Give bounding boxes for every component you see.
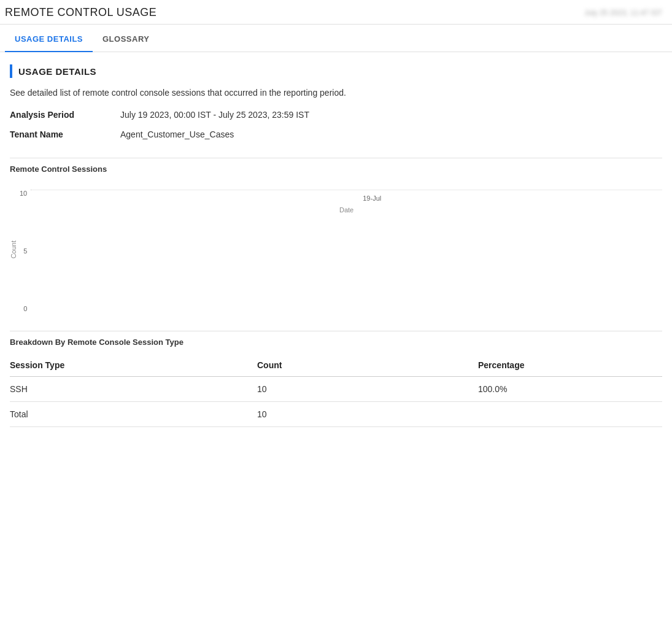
y-tick-0: 0	[23, 305, 27, 312]
x-axis-title: Date	[31, 206, 662, 214]
tab-bar: USAGE DETAILS GLOSSARY	[0, 27, 672, 52]
cell-session-type-1: Total	[10, 402, 257, 427]
section-header: USAGE DETAILS	[10, 64, 662, 78]
x-tick-label: 19-Jul	[363, 195, 381, 202]
y-axis-label: Count	[10, 241, 17, 258]
table-body: SSH 10 100.0% Total 10	[10, 377, 662, 427]
col-percentage: Percentage	[478, 354, 662, 377]
y-tick-5: 5	[23, 247, 27, 255]
col-session-type: Session Type	[10, 354, 257, 377]
analysis-period-label: Analysis Period	[10, 110, 120, 120]
section-description: See detailed list of remote control cons…	[10, 88, 662, 98]
col-count: Count	[257, 354, 478, 377]
y-ticks: 10 5 0	[20, 190, 31, 312]
table-row: Total 10	[10, 402, 662, 427]
tab-usage-details[interactable]: USAGE DETAILS	[5, 27, 93, 52]
cell-count-1: 10	[257, 402, 478, 427]
breakdown-title: Breakdown By Remote Console Session Type	[10, 338, 662, 347]
cell-count-0: 10	[257, 377, 478, 402]
page-header: REMOTE CONTROL USAGE July 25 2023, 11:47…	[0, 0, 672, 25]
info-grid: Analysis Period July 19 2023, 00:00 IST …	[10, 110, 662, 139]
cell-percentage-1	[478, 402, 662, 427]
tenant-name-value: Agent_Customer_Use_Cases	[120, 129, 662, 139]
y-axis-area: Count 10 5 0	[10, 187, 31, 312]
section-border-accent	[10, 64, 12, 78]
plot-wrapper: 19-Jul Date	[31, 187, 662, 214]
breakdown-section: Breakdown By Remote Console Session Type…	[10, 331, 662, 427]
tab-glossary[interactable]: GLOSSARY	[93, 27, 159, 52]
y-tick-10: 10	[20, 190, 27, 197]
gridline-bottom	[31, 190, 662, 190]
tenant-name-label: Tenant Name	[10, 129, 120, 139]
chart-title: Remote Control Sessions	[10, 158, 662, 177]
cell-session-type-0: SSH	[10, 377, 257, 402]
table-header: Session Type Count Percentage	[10, 354, 662, 377]
chart-plot: 19-Jul	[31, 190, 662, 190]
cell-percentage-0: 100.0%	[478, 377, 662, 402]
table-row: SSH 10 100.0%	[10, 377, 662, 402]
main-content: USAGE DETAILS See detailed list of remot…	[0, 52, 672, 439]
timestamp: July 25 2023, 11:47 IST	[584, 9, 662, 17]
section-title: USAGE DETAILS	[18, 66, 96, 77]
analysis-period-value: July 19 2023, 00:00 IST - July 25 2023, …	[120, 110, 662, 120]
breakdown-table: Session Type Count Percentage SSH 10 100…	[10, 354, 662, 427]
page-title: REMOTE CONTROL USAGE	[5, 6, 156, 19]
bar-chart: Count 10 5 0 19-Jul	[10, 187, 662, 312]
chart-section: Remote Control Sessions Count 10 5 0	[10, 158, 662, 312]
